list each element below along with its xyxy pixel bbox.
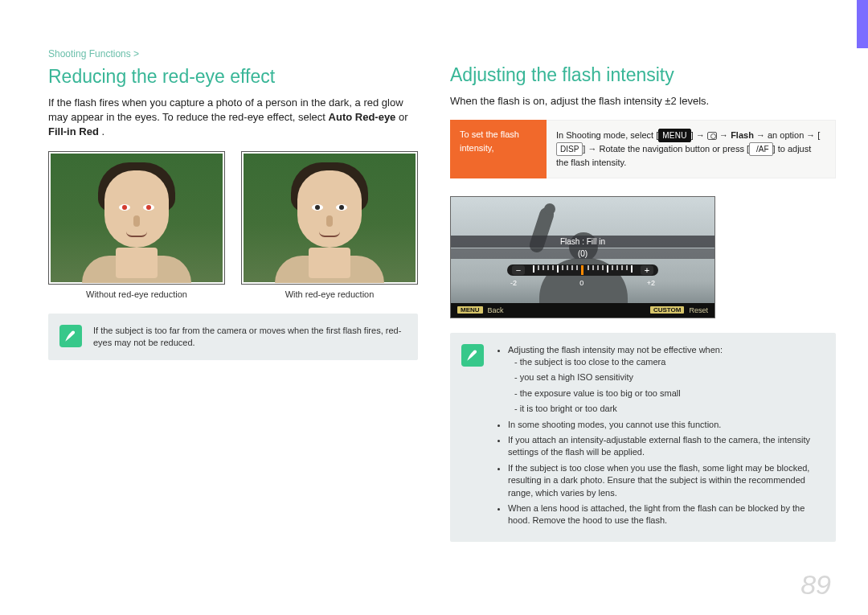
tick-neg: -2 bbox=[510, 279, 517, 287]
note-subitem: it is too bright or too dark bbox=[514, 403, 825, 415]
caption-without: Without red-eye reduction bbox=[48, 289, 225, 299]
heading-redeye: Reducing the red-eye effect bbox=[48, 66, 418, 88]
note-subitem: you set a high ISO sensitivity bbox=[514, 371, 825, 383]
slider-ticks: -2 0 +2 bbox=[507, 279, 658, 287]
breadcrumb: Shooting Functions > bbox=[48, 48, 418, 59]
note-item: When a lens hood is attached, the light … bbox=[508, 502, 825, 527]
pen-icon bbox=[461, 344, 484, 367]
inst-a: ] → bbox=[691, 130, 707, 140]
note-list: Adjusting the flash intensity may not be… bbox=[495, 344, 825, 531]
caption-with: With red-eye reduction bbox=[241, 289, 418, 299]
note-subitem: the exposure value is too big or too sma… bbox=[514, 387, 825, 400]
photo-frame bbox=[48, 151, 225, 285]
redeye-bold1: Auto Red-eye bbox=[329, 111, 396, 123]
section-tab bbox=[857, 0, 868, 48]
note-redeye-text: If the subject is too far from the camer… bbox=[93, 325, 407, 350]
photo-redeye bbox=[51, 154, 223, 282]
lcd: Flash : Fill in (0) − + bbox=[451, 197, 714, 318]
redeye-intro: If the flash fires when you capture a ph… bbox=[48, 96, 418, 140]
instruction-row: To set the flash intensity, In Shooting … bbox=[450, 120, 836, 178]
intensity-intro: When the flash is on, adjust the flash i… bbox=[450, 94, 836, 109]
left-column: Shooting Functions > Reducing the red-ey… bbox=[48, 48, 418, 542]
slider-bar: − + bbox=[507, 264, 658, 276]
inst-b: → bbox=[717, 130, 731, 140]
lcd-screenshot: Flash : Fill in (0) − + bbox=[450, 196, 715, 318]
note-item: In some shooting modes, you cannot use t… bbox=[508, 419, 825, 431]
face-illustration bbox=[281, 158, 378, 278]
slider-minus-icon: − bbox=[512, 265, 525, 275]
tick-zero: 0 bbox=[579, 279, 583, 287]
note-redeye: If the subject is too far from the camer… bbox=[48, 314, 418, 361]
slider-plus-icon: + bbox=[641, 265, 653, 275]
instruction-label: To set the flash intensity, bbox=[450, 120, 547, 178]
photo-frame bbox=[241, 151, 418, 285]
note-subitem: the subject is too close to the camera bbox=[514, 356, 825, 368]
note-item: If you attach an intensity-adjustable ex… bbox=[508, 434, 825, 459]
note-item: Adjusting the flash intensity may not be… bbox=[508, 344, 825, 416]
photo-with: With red-eye reduction bbox=[241, 151, 418, 299]
menu-tag: MENU bbox=[457, 306, 483, 314]
footer-back: Back bbox=[488, 306, 504, 314]
inst-pre: In Shooting mode, select [ bbox=[556, 130, 658, 140]
photo-without: Without red-eye reduction bbox=[48, 151, 225, 299]
silhouette bbox=[515, 205, 652, 318]
pen-icon bbox=[59, 325, 82, 347]
lcd-slider: − + -2 0 +2 bbox=[507, 264, 658, 287]
right-column: Adjusting the flash intensity When the f… bbox=[450, 48, 836, 542]
instruction-body: In Shooting mode, select [MENU] → → Flas… bbox=[547, 120, 836, 178]
page-number: 89 bbox=[800, 569, 831, 601]
menu-button-icon: MENU bbox=[658, 129, 691, 142]
slider-dots bbox=[525, 265, 641, 275]
photo-normal bbox=[244, 154, 416, 282]
disp-button-icon: DISP bbox=[556, 142, 583, 156]
lcd-footer: MENU Back CUSTOM Reset bbox=[451, 303, 714, 318]
face-illustration bbox=[88, 158, 185, 278]
inst-d: ] → Rotate the navigation button or pres… bbox=[583, 144, 749, 154]
note1: Adjusting the flash intensity may not be… bbox=[508, 345, 723, 355]
lcd-value: (0) bbox=[451, 248, 714, 259]
note-sublist: the subject is too close to the camera y… bbox=[508, 356, 825, 416]
tick-pos: +2 bbox=[647, 279, 655, 287]
redeye-mid: or bbox=[399, 111, 408, 123]
redeye-end: . bbox=[101, 125, 104, 137]
footer-reset: Reset bbox=[689, 306, 708, 314]
inst-c: → an option → [ bbox=[754, 130, 821, 140]
photo-pair: Without red-eye reduction With red-e bbox=[48, 151, 418, 299]
redeye-bold2: Fill-in Red bbox=[48, 125, 99, 137]
note-intensity: Adjusting the flash intensity may not be… bbox=[450, 333, 836, 542]
camera-icon bbox=[707, 132, 717, 140]
inst-flash: Flash bbox=[731, 130, 754, 140]
page: Shooting Functions > Reducing the red-ey… bbox=[0, 0, 868, 566]
af-button-icon: /AF bbox=[749, 142, 773, 156]
custom-tag: CUSTOM bbox=[650, 306, 685, 314]
note-item: If the subject is too close when you use… bbox=[508, 462, 825, 499]
lcd-title: Flash : Fill in bbox=[451, 236, 714, 248]
heading-intensity: Adjusting the flash intensity bbox=[450, 64, 836, 86]
